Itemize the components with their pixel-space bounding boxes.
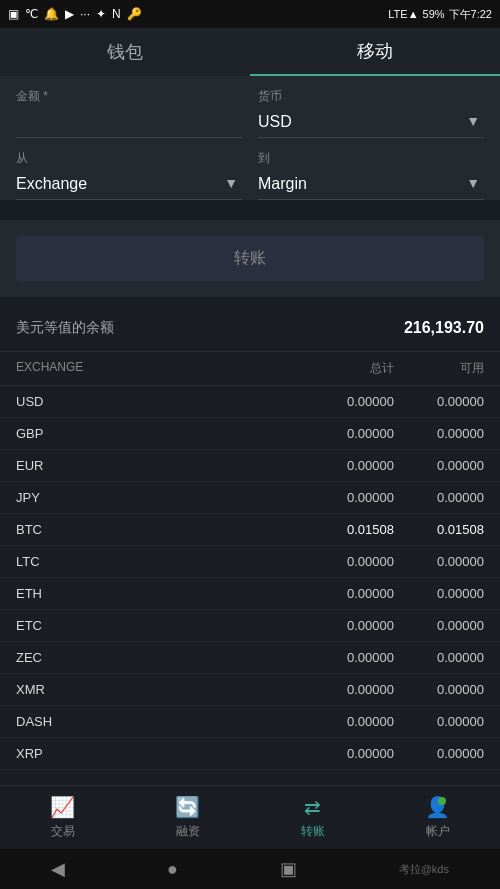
currency-dropdown-arrow: ▼	[466, 113, 480, 129]
nav-item-fund[interactable]: 🔄 融资	[125, 786, 250, 849]
nav-label-fund: 融资	[176, 823, 200, 840]
icon-nfc: N	[112, 7, 121, 21]
row-total: 0.00000	[294, 426, 394, 441]
sys-recents-button[interactable]: ▣	[280, 858, 297, 880]
form-divider	[0, 212, 500, 220]
row-name: GBP	[16, 426, 294, 441]
icon-celsius: ℃	[25, 7, 38, 21]
exchange-rows-container: USD 0.00000 0.00000 GBP 0.00000 0.00000 …	[0, 386, 500, 770]
row-total: 0.00000	[294, 618, 394, 633]
from-dropdown-arrow: ▼	[224, 175, 238, 191]
fund-icon: 🔄	[175, 795, 200, 819]
table-row: ETC 0.00000 0.00000	[0, 610, 500, 642]
row-name: DASH	[16, 714, 294, 729]
battery-level: 59%	[423, 8, 445, 20]
row-name: XRP	[16, 746, 294, 761]
icon-key: 🔑	[127, 7, 142, 21]
row-name: XMR	[16, 682, 294, 697]
table-row: EUR 0.00000 0.00000	[0, 450, 500, 482]
row-available: 0.00000	[394, 746, 484, 761]
table-row: ZEC 0.00000 0.00000	[0, 642, 500, 674]
section-divider	[0, 297, 500, 305]
from-select-wrapper: Exchange ▼	[16, 171, 242, 200]
row-name: EUR	[16, 458, 294, 473]
nav-item-transfer[interactable]: ⇄ 转账	[250, 786, 375, 849]
transfer-button[interactable]: 转账	[16, 236, 484, 281]
status-bar: ▣ ℃ 🔔 ▶ ··· ✦ N 🔑 LTE▲ 59% 下午7:22	[0, 0, 500, 28]
from-label: 从	[16, 150, 242, 167]
to-select[interactable]: Margin	[258, 171, 484, 193]
to-label: 到	[258, 150, 484, 167]
row-available: 0.00000	[394, 650, 484, 665]
balance-label: 美元等值的余额	[16, 319, 114, 337]
amount-input[interactable]	[16, 109, 242, 138]
currency-group: 货币 USD ▼	[258, 88, 484, 138]
row-name: LTC	[16, 554, 294, 569]
row-total: 0.00000	[294, 586, 394, 601]
row-available: 0.00000	[394, 714, 484, 729]
row-available: 0.00000	[394, 490, 484, 505]
available-column-header: 可用	[394, 360, 484, 377]
currency-select[interactable]: USD	[258, 109, 484, 131]
row-total: 0.01508	[294, 522, 394, 537]
transfer-icon: ⇄	[304, 795, 321, 819]
nav-label-trade: 交易	[51, 823, 75, 840]
nav-item-account[interactable]: 👤 帐户	[375, 786, 500, 849]
nav-item-trade[interactable]: 📈 交易	[0, 786, 125, 849]
clock: 下午7:22	[449, 7, 492, 22]
exchange-table-header: EXCHANGE 总计 可用	[0, 352, 500, 386]
nav-label-account: 帐户	[426, 823, 450, 840]
amount-label: 金额 *	[16, 88, 242, 105]
table-row: ETH 0.00000 0.00000	[0, 578, 500, 610]
row-total: 0.00000	[294, 394, 394, 409]
row-available: 0.00000	[394, 618, 484, 633]
form-row-from-to: 从 Exchange ▼ 到 Margin ▼	[16, 150, 484, 200]
balance-section: 美元等值的余额 216,193.70	[0, 305, 500, 352]
table-row: JPY 0.00000 0.00000	[0, 482, 500, 514]
row-total: 0.00000	[294, 746, 394, 761]
table-row: XRP 0.00000 0.00000	[0, 738, 500, 770]
tab-transfer[interactable]: 移动	[250, 28, 500, 76]
to-select-wrapper: Margin ▼	[258, 171, 484, 200]
row-available: 0.00000	[394, 394, 484, 409]
currency-label: 货币	[258, 88, 484, 105]
table-row: XMR 0.00000 0.00000	[0, 674, 500, 706]
amount-group: 金额 *	[16, 88, 242, 138]
from-select[interactable]: Exchange	[16, 171, 242, 193]
icon-play: ▶	[65, 7, 74, 21]
row-total: 0.00000	[294, 458, 394, 473]
status-left-icons: ▣ ℃ 🔔 ▶ ··· ✦ N 🔑	[8, 7, 142, 21]
row-available: 0.00000	[394, 426, 484, 441]
exchange-section: EXCHANGE 总计 可用 USD 0.00000 0.00000 GBP 0…	[0, 352, 500, 770]
bottom-nav: 📈 交易 🔄 融资 ⇄ 转账 👤 帐户	[0, 785, 500, 849]
transfer-button-row: 转账	[0, 220, 500, 297]
row-name: ETC	[16, 618, 294, 633]
row-name: BTC	[16, 522, 294, 537]
top-tab-bar: 钱包 移动	[0, 28, 500, 76]
row-name: ETH	[16, 586, 294, 601]
table-row: GBP 0.00000 0.00000	[0, 418, 500, 450]
signal-icon: LTE▲	[388, 8, 418, 20]
row-name: USD	[16, 394, 294, 409]
row-total: 0.00000	[294, 490, 394, 505]
sys-back-button[interactable]: ◀	[51, 858, 65, 880]
currency-select-wrapper: USD ▼	[258, 109, 484, 138]
to-dropdown-arrow: ▼	[466, 175, 480, 191]
table-row: DASH 0.00000 0.00000	[0, 706, 500, 738]
sys-home-button[interactable]: ●	[167, 859, 178, 880]
row-available: 0.01508	[394, 522, 484, 537]
row-available: 0.00000	[394, 682, 484, 697]
nav-label-transfer: 转账	[301, 823, 325, 840]
status-right-info: LTE▲ 59% 下午7:22	[388, 7, 492, 22]
table-row: BTC 0.01508 0.01508	[0, 514, 500, 546]
tab-wallet[interactable]: 钱包	[0, 28, 250, 76]
row-available: 0.00000	[394, 458, 484, 473]
from-group: 从 Exchange ▼	[16, 150, 242, 200]
to-group: 到 Margin ▼	[258, 150, 484, 200]
sys-nav-bar: ◀ ● ▣ 考拉@kds	[0, 849, 500, 889]
transfer-form: 金额 * 货币 USD ▼ 从 Exchange ▼ 到 Margin ▼	[0, 76, 500, 200]
table-row: LTC 0.00000 0.00000	[0, 546, 500, 578]
row-available: 0.00000	[394, 586, 484, 601]
row-total: 0.00000	[294, 682, 394, 697]
row-total: 0.00000	[294, 650, 394, 665]
